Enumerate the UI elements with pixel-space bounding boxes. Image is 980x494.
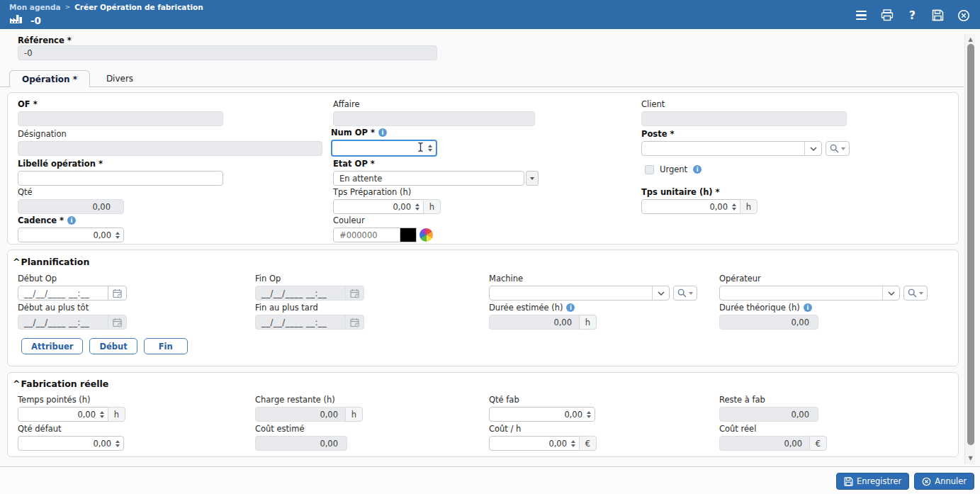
cout-reel-field: 0,00 xyxy=(719,436,810,451)
etat-op-label: Etat OP * xyxy=(333,159,539,169)
poste-search-button[interactable] xyxy=(826,141,850,156)
attribuer-button[interactable]: Attribuer xyxy=(21,338,83,354)
fin-op-label: Fin Op xyxy=(255,274,364,284)
menu-icon[interactable] xyxy=(855,9,868,22)
cout-h-input[interactable]: 0,00 xyxy=(489,436,580,451)
tps-unitaire-spinner[interactable] xyxy=(732,203,736,210)
etat-op-select[interactable]: En attente xyxy=(333,171,524,186)
couleur-input[interactable]: #000000 xyxy=(333,228,400,242)
cout-h-label: Coût / h xyxy=(489,424,597,434)
temps-pointes-input[interactable]: 0,00 xyxy=(18,407,108,422)
num-op-spinner[interactable] xyxy=(428,145,432,152)
cadence-spinner[interactable] xyxy=(116,232,120,239)
tps-preparation-input[interactable]: 0,00 xyxy=(333,199,424,214)
collapse-caret-icon: ^ xyxy=(13,378,20,389)
reste-a-fab-label: Reste à fab xyxy=(719,395,818,405)
operateur-combobox[interactable] xyxy=(719,286,900,301)
debut-plus-tot-field: __/__/____ __:__ xyxy=(18,315,108,330)
machine-combobox[interactable] xyxy=(489,286,670,301)
plannification-title[interactable]: ^Plannification xyxy=(13,257,89,267)
breadcrumb-separator: > xyxy=(65,4,71,11)
tab-operation[interactable]: Opération * xyxy=(9,70,90,87)
qte-fab-spinner[interactable] xyxy=(587,411,591,418)
enregistrer-button[interactable]: Enregistrer xyxy=(836,473,909,490)
fin-op-calendar-icon xyxy=(345,286,364,301)
vertical-scrollbar[interactable]: ▲ ▼ xyxy=(964,34,975,464)
client-field xyxy=(641,111,847,126)
libelle-input[interactable] xyxy=(18,171,223,186)
cancel-icon xyxy=(922,477,931,486)
color-wheel-icon[interactable] xyxy=(419,228,433,242)
num-op-input[interactable] xyxy=(331,140,437,157)
urgent-checkbox[interactable] xyxy=(645,165,654,174)
temps-pointes-label: Temps pointés (h) xyxy=(18,395,125,405)
fabrication-title[interactable]: ^Fabrication réelle xyxy=(13,378,108,389)
qte-field: 0,00 xyxy=(18,199,124,214)
etat-op-arrow-button[interactable] xyxy=(526,171,539,186)
qte-defaut-spinner[interactable] xyxy=(116,440,120,447)
cout-h-unit: € xyxy=(579,436,597,451)
cout-estime-field: 0,00 xyxy=(255,436,347,451)
tps-preparation-spinner[interactable] xyxy=(415,203,419,210)
text-cursor-icon xyxy=(417,142,424,155)
designation-label: Désignation xyxy=(18,129,322,139)
reste-a-fab-field: 0,00 xyxy=(719,407,818,422)
tab-divers[interactable]: Divers xyxy=(93,70,147,87)
charge-restante-field: 0,00 xyxy=(255,407,346,422)
qte-fab-input[interactable]: 0,00 xyxy=(489,407,595,422)
debut-op-label: Début Op xyxy=(18,274,127,284)
scroll-down-icon[interactable]: ▼ xyxy=(967,456,974,461)
of-field xyxy=(18,111,223,126)
app-window: Mon agenda > Créer Opération de fabricat… xyxy=(0,0,980,494)
print-icon[interactable] xyxy=(880,9,894,22)
libelle-label: Libellé opération * xyxy=(18,159,223,169)
tps-unitaire-input[interactable]: 0,00 xyxy=(641,199,740,214)
cout-h-spinner[interactable] xyxy=(571,440,575,447)
close-icon[interactable] xyxy=(957,9,970,22)
cadence-input[interactable]: 0,00 xyxy=(18,228,124,242)
duree-estimee-unit: h xyxy=(579,315,597,330)
couleur-swatch[interactable] xyxy=(400,228,417,242)
qte-defaut-label: Qté défaut xyxy=(18,424,124,434)
debut-op-calendar-icon[interactable] xyxy=(108,286,127,301)
annuler-button[interactable]: Annuler xyxy=(914,473,974,490)
scroll-up-icon[interactable]: ▲ xyxy=(967,37,974,43)
help-icon[interactable]: ? xyxy=(906,9,919,22)
qte-defaut-input[interactable]: 0,00 xyxy=(18,436,124,451)
chevron-down-icon[interactable] xyxy=(804,142,821,155)
temps-pointes-spinner[interactable] xyxy=(100,411,104,418)
cadence-label: Cadence *i xyxy=(18,215,124,225)
duree-theorique-field: 0,00 xyxy=(719,315,818,330)
chevron-down-icon[interactable] xyxy=(882,286,899,300)
qte-fab-label: Qté fab xyxy=(489,395,595,405)
charge-restante-unit: h xyxy=(345,407,363,422)
breadcrumb-mon-agenda[interactable]: Mon agenda xyxy=(9,3,61,11)
designation-field xyxy=(18,141,322,156)
fin-plus-tard-field: __/__/____ __:__ xyxy=(255,315,346,330)
operateur-search-button[interactable] xyxy=(903,286,928,301)
save-icon xyxy=(844,477,853,486)
machine-search-button[interactable] xyxy=(673,286,697,301)
qte-label: Qté xyxy=(18,187,124,197)
tps-preparation-label: Tps Préparation (h) xyxy=(333,187,441,197)
debut-op-input[interactable]: __/__/____ __:__ xyxy=(18,286,108,301)
duree-theorique-info-icon: i xyxy=(804,303,812,312)
save-icon[interactable] xyxy=(931,9,945,22)
debut-button[interactable]: Début xyxy=(89,338,137,354)
affaire-label: Affaire xyxy=(333,99,535,109)
cadence-info-icon: i xyxy=(67,216,76,225)
search-caret-icon xyxy=(919,292,923,295)
tps-preparation-unit: h xyxy=(423,199,441,214)
top-bar: Mon agenda > Créer Opération de fabricat… xyxy=(0,0,980,29)
charge-restante-label: Charge restante (h) xyxy=(255,395,363,405)
machine-label: Machine xyxy=(489,274,697,284)
couleur-label: Couleur xyxy=(333,215,433,225)
of-label: OF * xyxy=(18,99,223,109)
fin-button[interactable]: Fin xyxy=(144,338,188,354)
poste-combobox[interactable] xyxy=(641,141,822,156)
cout-reel-unit: € xyxy=(809,436,827,451)
chevron-down-icon[interactable] xyxy=(652,286,669,300)
client-label: Client xyxy=(641,99,847,109)
fin-plus-tard-label: Fin au plus tard xyxy=(255,303,364,313)
scrollbar-thumb[interactable] xyxy=(967,44,974,445)
